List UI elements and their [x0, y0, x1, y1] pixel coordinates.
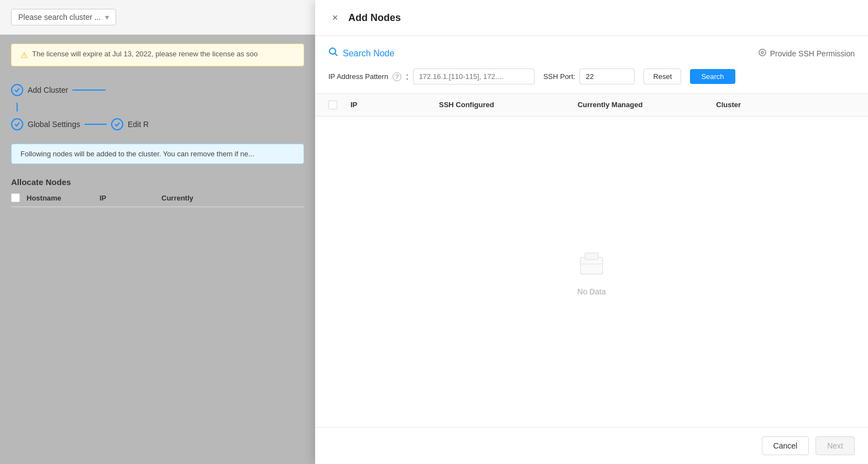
- allocate-select-all-checkbox[interactable]: [11, 193, 20, 202]
- info-text: Following nodes will be added to the clu…: [20, 150, 254, 158]
- modal-panel: × Add Nodes Search Node: [315, 0, 868, 464]
- license-text: The license will expire at Jul 13, 2022,…: [32, 50, 258, 58]
- table-select-all-col: [328, 101, 351, 109]
- chevron-down-icon: ▾: [105, 13, 109, 22]
- wizard-steps: Add Cluster Global Settings Edit R: [0, 75, 315, 139]
- next-button[interactable]: Next: [815, 436, 855, 455]
- modal-body: Search Node Provide SSH Permission IP Ad…: [315, 36, 868, 427]
- no-data-icon: [575, 247, 608, 281]
- svg-rect-5: [585, 253, 598, 260]
- wizard-step-add-cluster: Add Cluster: [11, 84, 304, 96]
- step-label-global-settings: Global Settings: [28, 120, 80, 129]
- ip-pattern-input[interactable]: [413, 68, 535, 85]
- svg-point-0: [330, 48, 336, 54]
- table-select-all-checkbox[interactable]: [328, 101, 337, 109]
- svg-point-2: [759, 49, 766, 56]
- search-node-title-row: Search Node Provide SSH Permission: [328, 47, 855, 60]
- col-hostname: Hostname: [27, 194, 93, 202]
- ssh-permission-label: Provide SSH Permission: [770, 49, 855, 58]
- col-ip: IP: [100, 194, 155, 202]
- modal-footer: Cancel Next: [315, 427, 868, 464]
- table-header: IP SSH Configured Currently Managed Clus…: [315, 94, 868, 117]
- step-circle-global-settings: [11, 118, 23, 130]
- warning-icon: ⚠: [20, 50, 28, 60]
- close-icon: ×: [332, 12, 338, 24]
- step-label-edit: Edit R: [128, 120, 149, 129]
- ssh-port-label: SSH Port:: [543, 72, 576, 81]
- wizard-step-global-settings: Global Settings Edit R: [11, 118, 304, 130]
- step-circle-edit: [111, 118, 123, 130]
- ip-pattern-group: IP Address Pattern ? :: [328, 68, 535, 85]
- svg-line-1: [335, 54, 338, 56]
- allocate-table-header: Hostname IP Currently: [11, 193, 304, 207]
- col-currently: Currently: [161, 194, 194, 202]
- ip-help-icon[interactable]: ?: [393, 72, 401, 81]
- search-fields-row: IP Address Pattern ? : SSH Port: Reset S…: [328, 68, 855, 85]
- search-node-icon: [328, 47, 338, 60]
- reset-button[interactable]: Reset: [644, 68, 681, 85]
- modal-header: × Add Nodes: [315, 0, 868, 36]
- table-empty-body: No Data: [315, 117, 868, 427]
- cluster-select-label: Please search cluster ...: [18, 13, 101, 22]
- ssh-port-group: SSH Port:: [543, 68, 635, 85]
- search-node-label: Search Node: [343, 49, 394, 59]
- ip-colon: :: [406, 72, 408, 82]
- info-box: Following nodes will be added to the clu…: [11, 144, 304, 164]
- search-node-header: Search Node Provide SSH Permission IP Ad…: [315, 36, 868, 94]
- step-circle-add-cluster: [11, 84, 23, 96]
- allocate-title: Allocate Nodes: [11, 177, 304, 187]
- table-section: IP SSH Configured Currently Managed Clus…: [315, 94, 868, 427]
- license-banner: ⚠ The license will expire at Jul 13, 202…: [11, 44, 304, 66]
- svg-point-3: [761, 51, 764, 54]
- col-header-cluster: Cluster: [716, 101, 855, 109]
- col-header-currently-managed: Currently Managed: [578, 101, 717, 109]
- no-data-text: No Data: [577, 287, 605, 296]
- modal-title: Add Nodes: [348, 12, 401, 24]
- cancel-button[interactable]: Cancel: [762, 436, 809, 455]
- allocate-section: Allocate Nodes Hostname IP Currently: [0, 168, 315, 216]
- col-header-ip: IP: [351, 101, 439, 109]
- search-node-title: Search Node: [328, 47, 394, 60]
- col-header-ssh-configured: SSH Configured: [439, 101, 578, 109]
- step-label-add-cluster: Add Cluster: [28, 86, 68, 94]
- ip-pattern-label: IP Address Pattern: [328, 72, 388, 81]
- cluster-select[interactable]: Please search cluster ... ▾: [11, 9, 116, 25]
- search-button[interactable]: Search: [690, 69, 735, 84]
- ssh-permission-icon: [758, 48, 767, 59]
- ssh-permission-link[interactable]: Provide SSH Permission: [758, 48, 855, 59]
- ssh-port-input[interactable]: [579, 68, 635, 85]
- modal-close-button[interactable]: ×: [328, 11, 342, 24]
